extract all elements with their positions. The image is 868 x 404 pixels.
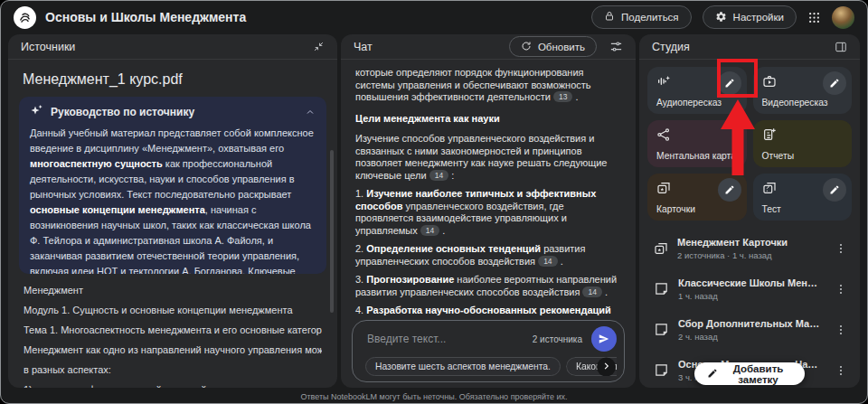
chevron-right-icon [601, 360, 611, 373]
outline-line: Менеджмент [24, 285, 322, 296]
mindmap-icon [656, 127, 671, 142]
chat-messages-area[interactable]: которые определяют порядок функционирова… [341, 60, 636, 316]
audio-overview-edit-pencil-button[interactable] [718, 71, 741, 95]
note-icon [654, 362, 669, 378]
share-button[interactable]: Поделиться [591, 5, 692, 29]
citation-badge[interactable]: 14 [582, 287, 601, 297]
studio-tool-audio-overview[interactable]: Аудиопересказ [647, 67, 747, 114]
app-header: Основы и Школы Менеджмента Поделиться На… [1, 1, 867, 33]
quiz-icon [762, 181, 777, 195]
note-title: Классические Школы Менеджмента:... [678, 277, 822, 288]
guide-summary: Данный учебный материал представляет соб… [30, 126, 316, 274]
send-button[interactable] [591, 326, 617, 352]
video-overview-edit-pencil-button[interactable] [823, 71, 846, 95]
source-guide-card: Руководство по источнику Данный учебный … [19, 97, 326, 274]
source-doc-title: Менеджмент_1 курс.pdf [23, 71, 323, 88]
note-title: Сбор Дополнительных Материалов по... [678, 318, 822, 329]
note-title: Менеджмент Карточки [677, 237, 822, 248]
chat-paragraph: 2. Определение основных тенденций развит… [355, 243, 621, 268]
note-icon [654, 322, 669, 337]
chat-paragraph: 1. Изучение наиболее типичных и эффектив… [355, 188, 621, 237]
studio-tool-flashcards[interactable]: Карточки [647, 174, 747, 221]
reports-icon [762, 127, 777, 142]
pencil-icon [707, 368, 718, 381]
notebooklm-logo-icon [14, 6, 36, 29]
studio-tools: АудиопересказВидеопересказМентальная кар… [639, 60, 860, 226]
chat-paragraph: 4. Разработка научно-обоснованных рекоме… [355, 305, 621, 316]
studio-panel-title: Студия [652, 41, 690, 53]
note-meta: 2 источника · 1 ч. назад [677, 250, 822, 260]
add-note-button[interactable]: Добавить заметку [694, 362, 805, 385]
note-icon [654, 281, 669, 296]
tool-label: Аудиопересказ [656, 98, 722, 108]
lock-icon [604, 11, 615, 23]
note-item[interactable]: Менеджмент Карточки2 источника · 1 ч. на… [645, 228, 854, 268]
more-menu-icon[interactable] [831, 283, 851, 296]
chat-settings-icon[interactable] [609, 40, 623, 53]
quiz-edit-pencil-button[interactable] [823, 178, 846, 202]
audio-icon [656, 74, 671, 89]
tool-label: Тест [762, 204, 781, 214]
sources-panel: Источники Менеджмент_1 курс.pdf Руководс… [8, 34, 337, 388]
studio-tool-video-overview[interactable]: Видеопересказ [753, 67, 853, 114]
more-menu-icon[interactable] [831, 324, 851, 336]
chat-messages: которые определяют порядок функционирова… [355, 67, 621, 316]
outline-line: Модуль 1. Сущность и основные концепции … [24, 305, 322, 316]
chat-heading: Цели менеджмента как науки [355, 113, 621, 126]
more-menu-icon[interactable] [831, 242, 851, 255]
chips-next-button[interactable] [597, 357, 616, 376]
outline-line: в разных аспектах: [24, 364, 322, 376]
collapse-panel-icon[interactable] [313, 41, 325, 52]
guide-title: Руководство по источнику [51, 106, 194, 118]
studio-panel: Студия АудиопересказВидеопересказМенталь… [639, 34, 860, 388]
apps-grid-icon[interactable] [807, 11, 821, 24]
note-meta: 2 ч. назад [678, 332, 822, 342]
sources-panel-title: Источники [21, 41, 75, 53]
citation-badge[interactable]: 14 [429, 170, 448, 181]
note-meta: 1 ч. назад [678, 291, 822, 301]
note-item[interactable]: Сбор Дополнительных Материалов по...2 ч.… [645, 309, 854, 350]
refresh-chat-button[interactable]: Обновить [509, 36, 597, 57]
chat-panel: Чат Обновить которые определяют порядок … [341, 34, 636, 388]
suggestion-chip[interactable]: Назовите шесть аспектов менеджмента. [365, 357, 561, 376]
citation-badge[interactable]: 14 [538, 256, 557, 267]
settings-button[interactable]: Настройки [703, 5, 797, 29]
note-item[interactable]: Классические Школы Менеджмента:...1 ч. н… [645, 268, 854, 309]
outline-line: Тема 1. Многоаспектность менеджмента и е… [24, 324, 322, 336]
panel-toggle-icon[interactable] [835, 41, 847, 53]
flashcards-icon [654, 241, 668, 256]
tool-label: Отчеты [762, 151, 795, 161]
outline-line: Менеджмент как одно из направлений научн… [24, 344, 322, 356]
disclaimer: Ответы NotebookLM могут быть неточны. Об… [1, 392, 867, 401]
citation-badge[interactable]: 13 [553, 91, 572, 102]
avatar[interactable] [832, 6, 854, 29]
refresh-icon [521, 41, 532, 53]
chat-input[interactable] [365, 332, 524, 346]
more-menu-icon[interactable] [831, 364, 851, 377]
chat-input-container: 2 источника Назовите шесть аспектов мене… [352, 320, 625, 382]
suggestion-chips: Назовите шесть аспектов менеджмента.Како… [365, 357, 617, 376]
outline-line: 1) как вид профессиональной трудовой дея… [24, 384, 322, 388]
tool-label: Видеопересказ [762, 98, 828, 108]
sources-count-label: 2 источника [533, 334, 582, 344]
tool-label: Карточки [656, 204, 695, 214]
tool-label: Ментальная карта [656, 151, 736, 161]
notebooklm-app: Основы и Школы Менеджмента Поделиться На… [0, 0, 868, 404]
scrollbar[interactable] [330, 150, 334, 313]
citation-badge[interactable]: 14 [420, 225, 439, 236]
flashcards-icon [656, 181, 671, 195]
video-icon [762, 74, 777, 89]
studio-tool-reports[interactable]: Отчеты [753, 120, 853, 167]
gear-icon [715, 11, 727, 24]
chat-paragraph: Изучение способов управленческого воздей… [355, 133, 621, 182]
chat-paragraph: 3. Прогнозирование наиболее вероятных на… [355, 274, 621, 298]
studio-tool-mindmap[interactable]: Ментальная карта [647, 120, 747, 167]
chat-paragraph: которые определяют порядок функционирова… [355, 67, 621, 104]
notebook-title: Основы и Школы Менеджмента [45, 10, 246, 24]
source-outline: МенеджментМодуль 1. Сущность и основные … [24, 285, 322, 388]
sparkle-icon [30, 104, 43, 119]
studio-tool-quiz[interactable]: Тест [753, 174, 853, 221]
flashcards-edit-pencil-button[interactable] [718, 178, 741, 202]
chevron-up-icon[interactable] [305, 107, 316, 117]
chat-panel-title: Чат [354, 41, 373, 53]
